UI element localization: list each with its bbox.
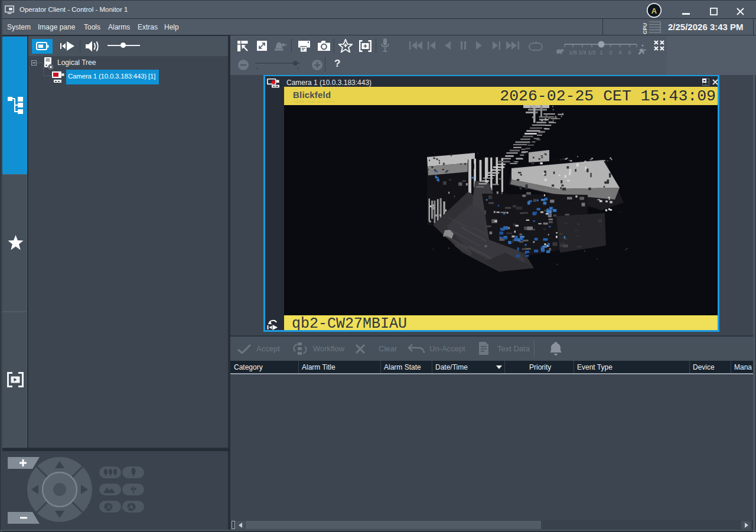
- svg-text:8: 8: [628, 49, 631, 56]
- svg-text:2: 2: [609, 49, 612, 56]
- svg-text:A: A: [651, 6, 657, 15]
- svg-text:1/2: 1/2: [588, 49, 595, 56]
- svg-text:1/4: 1/4: [578, 49, 586, 56]
- svg-text:4: 4: [618, 49, 621, 56]
- svg-text:1: 1: [599, 49, 602, 56]
- svg-text:1/8: 1/8: [569, 49, 576, 56]
